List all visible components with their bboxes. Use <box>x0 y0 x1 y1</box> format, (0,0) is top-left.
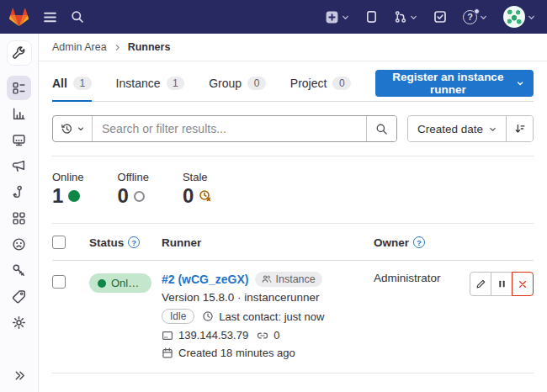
help-dropdown[interactable]: ? <box>463 10 487 24</box>
stat-value: 1 <box>52 186 63 206</box>
stat-offline: Offline 0 <box>118 171 149 206</box>
chevron-down-icon <box>517 79 523 87</box>
tab-instance[interactable]: Instance 1 <box>116 69 185 102</box>
filter-row: Created date <box>52 115 534 142</box>
avatar <box>503 6 525 28</box>
sidebar-item-overview[interactable] <box>7 76 31 100</box>
runner-type-label: Instance <box>275 273 315 285</box>
todos-icon[interactable] <box>433 10 447 24</box>
sidebar-item-messages[interactable] <box>7 154 31 178</box>
sidebar-expand-toggle[interactable] <box>0 369 39 382</box>
chevron-down-icon <box>410 13 417 21</box>
stat-stale: Stale 0 <box>183 171 212 206</box>
status-help-icon[interactable]: ? <box>128 236 140 248</box>
runner-last-contact: Last contact: just now <box>219 310 324 323</box>
breadcrumb: Admin Area Runners <box>39 34 547 61</box>
stat-label: Online <box>52 171 84 183</box>
select-all-checkbox[interactable] <box>52 236 66 249</box>
sidebar-item-monitoring[interactable] <box>7 128 31 152</box>
new-item-dropdown[interactable] <box>325 10 349 24</box>
notification-dot <box>474 8 480 14</box>
help-icon: ? <box>463 10 477 24</box>
sort-descending-icon <box>514 123 526 135</box>
runner-link[interactable]: #2 (wCG_zeGX) <box>162 273 248 286</box>
sort-by-dropdown[interactable]: Created date <box>408 116 506 141</box>
double-chevron-right-icon <box>13 369 26 382</box>
sidebar-item-credentials[interactable] <box>7 258 31 283</box>
tab-all[interactable]: All 1 <box>52 69 92 102</box>
user-menu[interactable] <box>503 6 535 28</box>
sidebar-item-analytics[interactable] <box>7 102 31 126</box>
pause-runner-button[interactable] <box>491 272 512 296</box>
runner-tabs-row: All 1 Instance 1 Group 0 Project 0 <box>52 69 534 102</box>
sidebar-item-labels[interactable] <box>7 284 31 309</box>
gitlab-logo[interactable] <box>8 7 29 27</box>
tab-label: Instance <box>116 77 161 90</box>
chevron-down-icon <box>480 13 487 21</box>
stat-value: 0 <box>118 186 129 206</box>
admin-sidebar <box>0 34 39 392</box>
sort-group: Created date <box>407 115 534 142</box>
tab-group[interactable]: Group 0 <box>209 69 266 102</box>
issues-icon[interactable] <box>365 10 378 24</box>
tab-count-badge: 0 <box>247 77 266 90</box>
runner-actions <box>466 272 534 296</box>
admin-area-wrench-icon[interactable] <box>7 40 32 66</box>
tab-label: All <box>52 77 67 90</box>
close-icon <box>518 279 528 289</box>
chevron-right-icon <box>114 44 121 51</box>
plus-square-icon <box>325 10 339 24</box>
runner-state-badge: Idle <box>162 309 194 324</box>
pause-icon <box>497 279 507 289</box>
sort-direction-button[interactable] <box>506 116 533 141</box>
online-dot-icon <box>98 279 106 288</box>
tab-count-badge: 1 <box>167 77 185 90</box>
tab-label: Project <box>290 77 327 90</box>
tab-project[interactable]: Project 0 <box>290 69 351 102</box>
search-icon <box>375 123 388 135</box>
pencil-icon <box>475 278 486 289</box>
owner-help-icon[interactable]: ? <box>413 236 425 248</box>
stale-clock-icon <box>199 189 212 203</box>
search-submit-button[interactable] <box>366 116 396 141</box>
users-icon <box>262 274 272 284</box>
link-icon <box>257 330 268 342</box>
runner-owner-link[interactable]: Administrator <box>374 272 466 284</box>
runner-status-badge: Online <box>89 273 151 293</box>
online-status-icon <box>68 190 80 202</box>
edit-runner-button[interactable] <box>470 272 491 296</box>
main-content: Admin Area Runners All 1 Instance 1 Gr <box>39 34 547 392</box>
register-instance-runner-button[interactable]: Register an instance runner <box>375 70 534 97</box>
runner-version-line: Version 15.8.0 · instancerunner <box>162 291 374 304</box>
column-status: Status ? <box>89 236 162 249</box>
runner-ip-address: 139.144.53.79 <box>178 329 248 342</box>
select-runner-checkbox[interactable] <box>52 275 66 289</box>
offline-status-icon <box>134 191 145 202</box>
column-owner-label: Owner <box>374 236 409 249</box>
runner-stats: Online 1 Offline 0 Stale 0 <box>52 156 534 223</box>
tab-label: Group <box>209 77 242 90</box>
runner-status-label: Online <box>111 277 140 289</box>
stat-value: 0 <box>183 186 194 206</box>
runner-type-badge: Instance <box>255 272 321 287</box>
sort-by-label: Created date <box>417 123 483 135</box>
top-navigation-bar: ? <box>0 0 547 34</box>
sidebar-item-applications[interactable] <box>7 206 31 230</box>
delete-runner-button[interactable] <box>512 272 534 296</box>
search-input[interactable] <box>93 116 366 141</box>
runner-summary-cell: #2 (wCG_zeGX) Instance Version 15.8.0 · … <box>162 272 374 359</box>
merge-request-icon <box>394 10 407 24</box>
sidebar-item-system-hooks[interactable] <box>7 180 31 204</box>
hamburger-menu-icon[interactable] <box>43 10 57 24</box>
runner-created: Created 18 minutes ago <box>178 347 295 359</box>
tab-count-badge: 1 <box>73 77 92 90</box>
sidebar-item-abuse-reports[interactable] <box>7 232 31 257</box>
merge-requests-dropdown[interactable] <box>394 10 417 24</box>
column-runner-label: Runner <box>162 236 201 249</box>
sidebar-item-settings[interactable] <box>7 310 31 335</box>
column-runner: Runner <box>162 236 374 249</box>
search-icon[interactable] <box>71 10 84 24</box>
chevron-down-icon <box>528 13 535 21</box>
recent-searches-dropdown[interactable] <box>53 116 93 141</box>
breadcrumb-admin-area[interactable]: Admin Area <box>52 41 107 53</box>
